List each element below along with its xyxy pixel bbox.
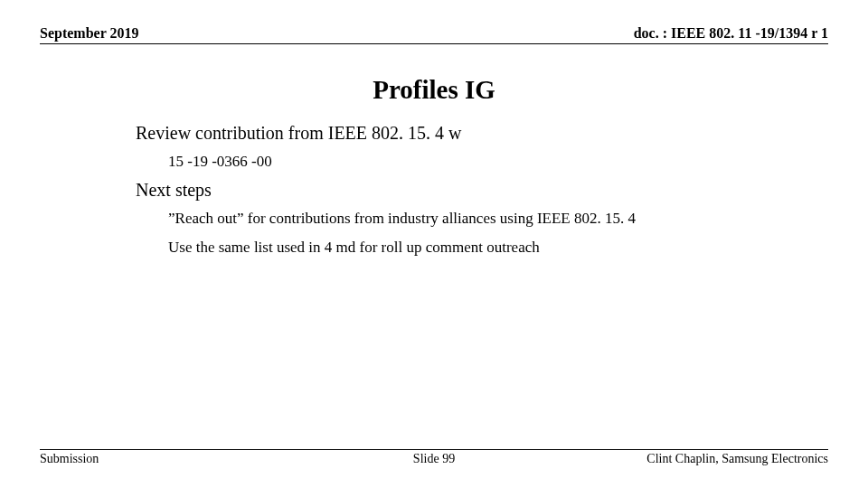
header: September 2019 doc. : IEEE 802. 11 -19/1…: [0, 0, 868, 44]
slide-title: Profiles IG: [0, 75, 868, 105]
list-item: 15 -19 -0366 -00: [168, 151, 732, 173]
slide-content: Review contribution from IEEE 802. 15. 4…: [0, 123, 868, 258]
footer-inner: Submission Slide 99 Clint Chaplin, Samsu…: [40, 449, 828, 466]
footer-author: Clint Chaplin, Samsung Electronics: [646, 452, 828, 466]
list-item: Use the same list used in 4 md for roll …: [168, 237, 732, 258]
header-date: September 2019: [40, 25, 138, 42]
section-heading: Review contribution from IEEE 802. 15. 4…: [136, 123, 732, 144]
header-doc-id: doc. : IEEE 802. 11 -19/1394 r 1: [634, 25, 828, 42]
list-item: ”Reach out” for contributions from indus…: [168, 208, 732, 230]
footer-slide-number: Slide 99: [413, 452, 455, 466]
section-heading: Next steps: [136, 180, 732, 201]
header-inner: September 2019 doc. : IEEE 802. 11 -19/1…: [40, 0, 828, 44]
footer: Submission Slide 99 Clint Chaplin, Samsu…: [40, 449, 828, 466]
footer-left: Submission: [40, 452, 99, 466]
